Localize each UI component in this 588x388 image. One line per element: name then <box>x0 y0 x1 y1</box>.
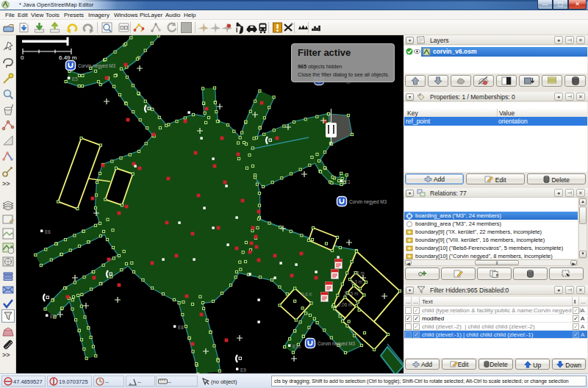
svg-text:1,5 m: 1,5 m <box>353 270 365 276</box>
svg-text:6.49 m: 6.49 m <box>59 54 77 61</box>
svg-text:E5: E5 <box>72 76 78 82</box>
svg-text:1,3 m: 1,3 m <box>351 279 362 284</box>
svg-text:2,06 m: 2,06 m <box>338 302 352 307</box>
svg-text:E10: E10 <box>293 344 301 349</box>
svg-text:0,6 K: 0,6 K <box>301 292 313 297</box>
svg-text:2,15 m: 2,15 m <box>344 291 358 296</box>
svg-text:Corvin negyed M3: Corvin negyed M3 <box>78 63 116 69</box>
svg-text:Corvin negyed M3: Corvin negyed M3 <box>318 341 356 347</box>
svg-text:0: 0 <box>21 54 24 61</box>
svg-text:E7: E7 <box>50 314 56 319</box>
svg-text:E6: E6 <box>45 229 51 234</box>
svg-text:Corvin negyed M3: Corvin negyed M3 <box>349 199 387 205</box>
svg-text:E1: E1 <box>345 179 351 184</box>
svg-text:E8: E8 <box>178 325 184 330</box>
svg-text:E9: E9 <box>240 367 246 373</box>
